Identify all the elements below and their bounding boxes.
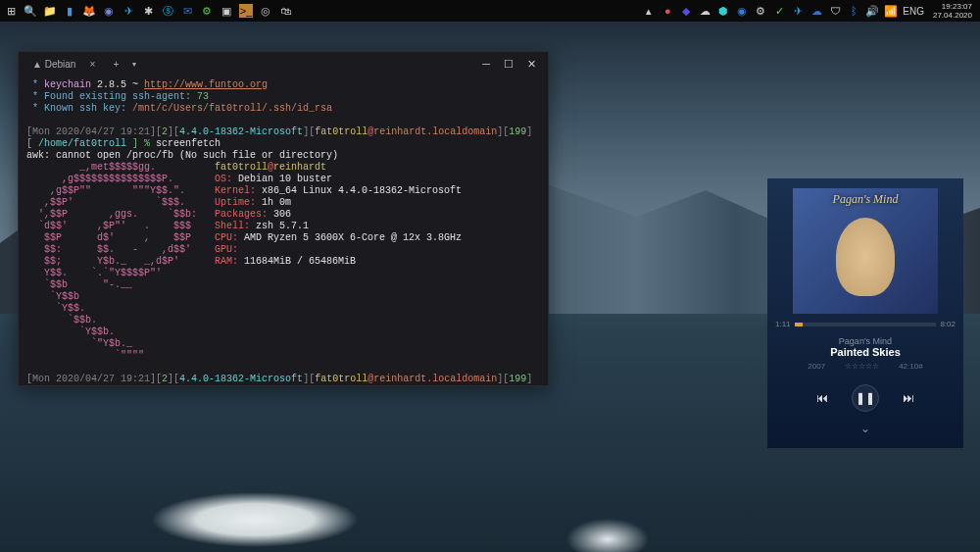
- prev-button[interactable]: ⏮: [816, 391, 828, 405]
- tray-icon[interactable]: ⚙: [754, 4, 767, 18]
- terminal-tab[interactable]: ▲ Debian ×: [24, 56, 99, 73]
- track-length-meta: 42:10#: [899, 362, 922, 371]
- skype-icon[interactable]: ⓢ: [161, 4, 174, 18]
- tray-icon[interactable]: 🛡: [828, 4, 842, 18]
- taskbar-clock[interactable]: 19:23:07 27.04.2020: [929, 2, 976, 20]
- mail-icon[interactable]: ✉: [180, 4, 194, 18]
- discord-icon[interactable]: ◉: [102, 4, 116, 18]
- tray-icon[interactable]: ⬢: [716, 4, 730, 18]
- tab-dropdown-icon[interactable]: ▾: [132, 60, 136, 69]
- maximize-button[interactable]: ☐: [504, 58, 514, 71]
- total-time: 8:02: [940, 320, 956, 328]
- explorer-icon[interactable]: 📁: [43, 4, 57, 18]
- new-tab-button[interactable]: +: [107, 57, 124, 72]
- taskbar-tray: ▴ ● ◆ ☁ ⬢ ◉ ⚙ ✓ ✈ ☁ 🛡 ᛒ 🔊 📶 ENG 19:23:07…: [642, 2, 976, 20]
- code-icon[interactable]: ▮: [63, 4, 76, 18]
- taskbar-pinned-apps: ⊞ 🔍 📁 ▮ 🦊 ◉ ✈ ✱ ⓢ ✉ ⚙ ▣ >_ ◎ 🛍: [4, 4, 292, 18]
- elapsed-time: 1:11: [775, 320, 791, 328]
- terminal-window: ▲ Debian × + ▾ ─ ☐ ✕ * keychain 2.8.5 ~ …: [18, 51, 549, 386]
- start-icon[interactable]: ⊞: [4, 4, 18, 18]
- progress-row: 1:11 8:02: [775, 320, 956, 328]
- next-button[interactable]: ⏭: [903, 391, 914, 405]
- track-year: 2007: [808, 362, 825, 371]
- player-controls: ⏮ ❚❚ ⏭: [767, 384, 963, 412]
- terminal-output[interactable]: * keychain 2.8.5 ~ http://www.funtoo.org…: [19, 75, 548, 385]
- store-icon[interactable]: 🛍: [278, 4, 292, 18]
- telegram-icon[interactable]: ✈: [122, 4, 135, 18]
- tray-icon[interactable]: ✈: [791, 4, 805, 18]
- tray-lang[interactable]: ENG: [903, 6, 924, 17]
- terminal-titlebar[interactable]: ▲ Debian × + ▾ ─ ☐ ✕: [19, 52, 548, 75]
- expand-button[interactable]: ⌄: [767, 422, 963, 435]
- track-rating[interactable]: ☆☆☆☆☆: [845, 362, 879, 371]
- clock-date: 27.04.2020: [933, 11, 972, 20]
- tray-wifi-icon[interactable]: 📶: [884, 4, 898, 18]
- browser-icon[interactable]: ◎: [259, 4, 272, 18]
- tray-icon[interactable]: ☁: [698, 4, 711, 18]
- track-info: Pagan's Mind Painted Skies 2007 ☆☆☆☆☆ 42…: [767, 336, 963, 371]
- tray-icon[interactable]: ▴: [642, 4, 656, 18]
- album-art[interactable]: Pagan's Mind: [793, 188, 938, 314]
- tab-icon: ▲: [32, 59, 42, 70]
- progress-bar[interactable]: [795, 323, 937, 326]
- tray-icon[interactable]: ●: [661, 4, 674, 18]
- tray-icon[interactable]: ◆: [679, 4, 693, 18]
- search-icon[interactable]: 🔍: [24, 4, 37, 18]
- settings-icon[interactable]: ⚙: [200, 4, 214, 18]
- firefox-icon[interactable]: 🦊: [82, 4, 96, 18]
- tray-icon[interactable]: ✓: [772, 4, 786, 18]
- tray-bluetooth-icon[interactable]: ᛒ: [847, 4, 860, 18]
- tray-audio-icon[interactable]: 🔊: [865, 4, 879, 18]
- pause-button[interactable]: ❚❚: [852, 384, 879, 412]
- wt-icon[interactable]: >_: [239, 4, 253, 18]
- close-button[interactable]: ✕: [527, 58, 536, 71]
- slack-icon[interactable]: ✱: [141, 4, 155, 18]
- taskbar: ⊞ 🔍 📁 ▮ 🦊 ◉ ✈ ✱ ⓢ ✉ ⚙ ▣ >_ ◎ 🛍 ▴ ● ◆ ☁ ⬢…: [0, 0, 980, 22]
- minimize-button[interactable]: ─: [482, 58, 490, 71]
- terminal-icon[interactable]: ▣: [220, 4, 233, 18]
- clock-time: 19:23:07: [933, 2, 972, 11]
- album-art-text: Pagan's Mind: [793, 192, 938, 207]
- close-tab-icon[interactable]: ×: [90, 59, 96, 70]
- tray-icon[interactable]: ☁: [809, 4, 823, 18]
- track-artist: Pagan's Mind: [767, 336, 963, 346]
- music-player: Pagan's Mind 1:11 8:02 Pagan's Mind Pain…: [767, 178, 963, 448]
- tab-title: Debian: [45, 59, 76, 70]
- track-title: Painted Skies: [767, 346, 963, 358]
- tray-icon[interactable]: ◉: [735, 4, 749, 18]
- progress-fill: [795, 323, 804, 326]
